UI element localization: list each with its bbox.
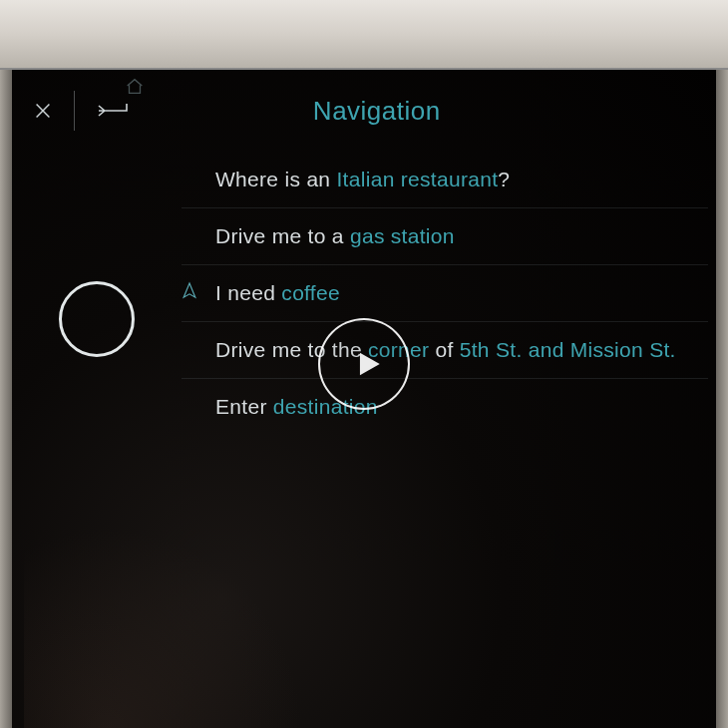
prompt-text-accent-2: 5th St. and Mission St. <box>460 338 676 361</box>
prompt-text-prefix: Enter <box>215 395 273 418</box>
voice-prompt-item[interactable]: I need coffee <box>182 265 708 322</box>
top-bar: Navigation <box>12 70 716 152</box>
prompt-text-accent: Italian restaurant <box>336 168 498 190</box>
home-icon[interactable] <box>124 76 146 102</box>
navigation-arrow-icon <box>180 281 199 306</box>
voice-listening-indicator[interactable] <box>59 281 135 357</box>
video-play-button[interactable] <box>318 318 410 410</box>
prompt-text-accent: gas station <box>350 224 455 247</box>
prompt-text-prefix: I need <box>215 281 281 304</box>
prompt-text-prefix: Drive me to a <box>215 224 350 247</box>
voice-prompt-item[interactable]: Drive me to a gas station <box>182 208 708 265</box>
voice-prompt-item[interactable]: Where is an Italian restaurant? <box>182 152 708 208</box>
prompt-text-mid: of <box>429 338 459 361</box>
page-title: Navigation <box>313 96 441 127</box>
dashboard-bezel-left <box>0 70 12 728</box>
dashboard-bezel-right <box>716 70 728 728</box>
topbar-divider <box>74 91 75 131</box>
content-area: Where is an Italian restaurant? Drive me… <box>12 152 716 728</box>
close-button[interactable] <box>24 92 70 130</box>
left-column <box>12 152 182 728</box>
voice-prompt-item[interactable]: Drive me to the corner of 5th St. and Mi… <box>182 322 708 379</box>
prompt-text-accent: coffee <box>281 281 340 304</box>
dashboard-bezel-top <box>0 0 728 70</box>
prompt-text-suffix: ? <box>498 168 510 190</box>
prompt-text-prefix: Where is an <box>215 168 336 190</box>
voice-prompt-item[interactable]: Enter destination <box>182 379 708 435</box>
voice-prompt-list: Where is an Italian restaurant? Drive me… <box>182 152 716 728</box>
